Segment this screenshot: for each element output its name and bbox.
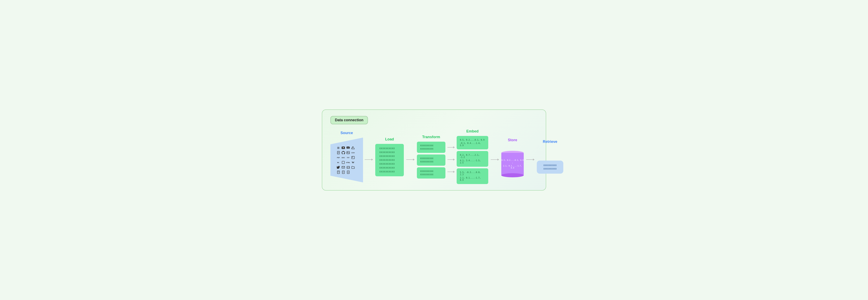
icon-markdown: M↓ [336,160,340,164]
embed-col: Embed 0.5, 0.2....0.1, 0.9 -0.1, 0.4....… [457,129,488,184]
icon-drive [351,146,355,150]
load-row-5: XXXXXXXXXX [379,163,400,165]
store-label: Store [508,138,517,142]
load-box: XXXXXXXXXX XXXXXXXXXX XXXXXXXXXX XXXXXXX… [375,144,404,176]
transform-box-1: XXXXXXXXXX XXXXXXXXXX [417,142,445,153]
t1r2: XXXXXXXXXX [420,148,442,150]
icon-twitter [336,165,340,169]
svg-rect-19 [342,171,344,174]
e3r2: 2.1, 0.1....-1.7, 0.9 [460,177,485,181]
svg-rect-10 [351,156,354,159]
arrow-embed-store [489,159,500,160]
icon-pdf: PDF [336,156,340,160]
store-row-3: 2.1, 0.1....-1.7, 0.9 [501,165,524,169]
icon-image [346,151,350,155]
icon-doc2: DOC [341,156,345,160]
arrow-t-e-1 [447,147,455,147]
load-label: Load [385,137,394,141]
diagram-container: Data connection Source ⊞ [322,109,546,191]
embed-box-2: 0.2, 0.7....2.1, -1.2 4.1, 3.4....-1.5, … [457,151,488,167]
svg-rect-8 [347,152,349,154]
arrow-store-retrieve [525,159,536,160]
arrow-t-e-3 [447,172,455,172]
e2r1: 0.2, 0.7....2.1, -1.2 [460,154,485,158]
svg-marker-3 [351,146,353,149]
icon-csv: CSV [351,151,355,155]
icon-email [341,165,345,169]
cylinder: 0.5, 0.2....0.1, 0.9 : 2.1, 0.1....-1.7,… [501,153,524,175]
store-col: Store 0.5, 0.2....0.1, 0.9 : 2.1, 0.1...… [501,138,524,175]
icon-youtube [341,146,345,150]
retrieve-box: XXXXXXXXXX XXXXXXXXXX [537,161,563,174]
svg-rect-13 [342,166,345,168]
retrieve-label: Retrieve [543,140,557,144]
svg-line-15 [348,167,348,168]
t3r1: XXXXXXXXXX [420,170,442,172]
icon-doc4 [341,170,345,174]
icon-slack: ⊞ [336,146,340,150]
flow-wrapper: Source ⊞ [331,129,537,184]
embed-box-3: 5.5, -0.3....0.8, 2.3 2.1, 0.1....-1.7, … [457,168,488,184]
svg-rect-12 [342,161,344,164]
load-col: Load XXXXXXXXXX XXXXXXXXXX XXXXXXXXXX XX… [375,137,404,176]
e1r1: 0.5, 0.2....0.1, 0.9 [460,139,485,141]
source-label: Source [340,131,353,135]
svg-point-23 [348,172,349,173]
cylinder-bottom [501,173,524,177]
embed-boxes: 0.5, 0.2....0.1, 0.9 -0.1, 0.4....1.4, 5… [457,136,488,184]
svg-rect-22 [347,171,349,174]
transform-label: Transform [422,135,440,139]
load-row-6: XXXXXXXXXX [379,167,400,169]
icon-doc1 [336,151,340,155]
cylinder-body: 0.5, 0.2....0.1, 0.9 : 2.1, 0.1....-1.7,… [501,153,524,175]
retrieve-row-2: XXXXXXXXXX [543,168,557,170]
icon-html: HTML [346,160,350,164]
icon-discord [346,146,350,150]
icon-txt: TXT [346,156,350,160]
transform-boxes: XXXXXXXXXX XXXXXXXXXX XXXXXXXXXX XXXXXXX… [417,142,445,178]
e1r2: -0.1, 0.4....1.4, 5.9 [460,142,485,146]
icon-code [346,165,350,169]
icon-github [341,151,345,155]
diagram-title: Data connection [335,118,364,122]
svg-rect-11 [352,157,353,158]
e2r2: 4.1, 3.4....-1.5, 2.5 [460,159,485,164]
source-col: Source ⊞ [331,131,363,182]
t1r1: XXXXXXXXXX [420,144,442,147]
retrieve-row-1: XXXXXXXXXX [543,164,557,167]
load-row-3: XXXXXXXXXX [379,155,400,158]
transform-col: Transform XXXXXXXXXX XXXXXXXXXX XXXXXXXX… [417,135,445,178]
t2r1: XXXXXXXXXX [420,157,442,160]
retrieve-col: Retrieve XXXXXXXXXX XXXXXXXXXX [537,140,563,174]
icon-box [341,160,345,164]
t3r2: XXXXXXXXXX [420,173,442,176]
load-row-4: XXXXXXXXXX [379,159,400,161]
arrow-transform-embed [446,139,456,180]
store-row-2: : [512,162,513,164]
icon-grid: ⊞ [336,146,355,174]
store-row-1: 0.5, 0.2....0.1, 0.9 [501,159,524,161]
transform-box-3: XXXXXXXXXX XXXXXXXXXX [417,167,445,178]
t2r2: XXXXXXXXXX [420,161,442,163]
arrow-source-load [363,159,374,160]
arrow-t-e-2 [447,159,455,160]
icon-ppt [351,156,355,160]
embed-box-1: 0.5, 0.2....0.1, 0.9 -0.1, 0.4....1.4, 5… [457,136,488,149]
icon-wikipedia: W [351,160,355,164]
load-row-2: XXXXXXXXXX [379,151,400,154]
load-row-7: XXXXXXXXXX [379,170,400,173]
source-shape: ⊞ [331,138,363,182]
icon-doc5 [346,170,350,174]
arrow-load-transform [405,159,416,160]
e3r1: 5.5, -0.3....0.8, 2.3 [460,171,485,176]
transform-box-2: XXXXXXXXXX XXXXXXXXXX [417,155,445,166]
icon-folder [351,165,355,169]
icon-doc3 [336,170,340,174]
load-row-1: XXXXXXXXXX [379,147,400,150]
embed-label: Embed [466,129,478,133]
title-badge: Data connection [331,116,368,124]
